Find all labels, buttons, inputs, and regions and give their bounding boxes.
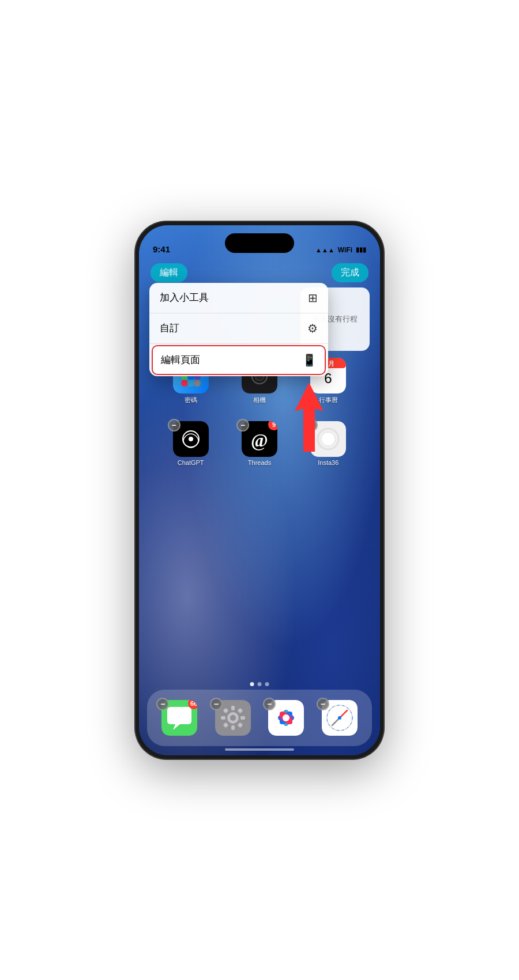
svg-point-32 xyxy=(230,715,236,721)
status-icons: ▲▲▲ WiFi ▮▮▮ xyxy=(315,246,366,254)
svg-point-9 xyxy=(194,380,201,387)
svg-point-7 xyxy=(181,380,188,387)
svg-point-56 xyxy=(338,716,341,720)
edit-page-icon: 📱 xyxy=(302,353,317,367)
svg-rect-35 xyxy=(221,716,225,720)
dock-item-safari[interactable]: − xyxy=(319,700,360,736)
app-item-threads[interactable]: − @ 9 Threads xyxy=(239,421,280,466)
minus-badge-photos[interactable]: − xyxy=(263,698,276,710)
svg-marker-28 xyxy=(295,383,324,452)
menu-item-edit-page[interactable]: 編輯頁面 📱 xyxy=(152,345,326,375)
dynamic-island xyxy=(225,233,294,253)
home-indicator xyxy=(225,748,294,751)
dock-item-messages[interactable]: − 66 xyxy=(159,700,200,736)
app-item-chatgpt[interactable]: − ChatGPT xyxy=(170,421,212,466)
svg-rect-36 xyxy=(240,716,245,720)
app-label-chatgpt: ChatGPT xyxy=(178,459,204,466)
dot-3 xyxy=(265,682,269,686)
dock: − 66 − xyxy=(147,690,372,746)
app-label-camera: 相機 xyxy=(253,396,266,404)
svg-point-8 xyxy=(187,380,194,387)
add-widget-label: 加入小工具 xyxy=(160,291,209,304)
minus-badge-settings[interactable]: − xyxy=(210,698,223,710)
customize-label: 自訂 xyxy=(160,321,179,335)
phone-screen: 9:41 ▲▲▲ WiFi ▮▮▮ 編輯 完成 加入小工具 ⊞ 自訂 ⚙ 編輯頁… xyxy=(139,225,380,755)
dot-1 xyxy=(250,682,254,686)
svg-point-50 xyxy=(283,714,289,721)
context-menu: 加入小工具 ⊞ 自訂 ⚙ 編輯頁面 📱 xyxy=(149,283,328,376)
done-button[interactable]: 完成 xyxy=(332,263,368,282)
app-label-passwords: 密碼 xyxy=(185,396,197,404)
app-label-threads: Threads xyxy=(248,459,271,466)
menu-item-add-widget[interactable]: 加入小工具 ⊞ xyxy=(149,283,328,313)
status-time: 9:41 xyxy=(153,244,170,254)
minus-badge-threads[interactable]: − xyxy=(236,419,249,432)
app-row-2: − ChatGPT − xyxy=(139,421,380,466)
minus-badge-chatgpt[interactable]: − xyxy=(168,419,180,432)
messages-notif-badge: 66 xyxy=(188,700,197,709)
svg-rect-33 xyxy=(231,706,235,710)
signal-icon: ▲▲▲ xyxy=(315,247,334,253)
battery-icon: ▮▮▮ xyxy=(356,246,366,253)
svg-point-22 xyxy=(189,437,193,441)
phone-frame: 9:41 ▲▲▲ WiFi ▮▮▮ 編輯 完成 加入小工具 ⊞ 自訂 ⚙ 編輯頁… xyxy=(136,222,383,759)
threads-notif-badge: 9 xyxy=(268,421,277,430)
wifi-icon: WiFi xyxy=(338,246,352,254)
edit-page-label: 編輯頁面 xyxy=(161,353,200,366)
minus-badge-safari[interactable]: − xyxy=(317,698,329,710)
dock-item-photos[interactable]: − xyxy=(265,700,307,736)
customize-icon: ⚙ xyxy=(307,321,318,335)
minus-badge-messages[interactable]: − xyxy=(156,698,169,710)
menu-item-customize[interactable]: 自訂 ⚙ xyxy=(149,313,328,344)
svg-text:@: @ xyxy=(251,430,268,451)
svg-rect-34 xyxy=(231,725,235,730)
red-arrow-annotation xyxy=(283,380,335,455)
dock-item-settings[interactable]: − xyxy=(212,700,254,736)
page-dots xyxy=(250,682,269,686)
edit-button[interactable]: 編輯 xyxy=(151,263,187,282)
add-widget-icon: ⊞ xyxy=(308,291,318,305)
dot-2 xyxy=(258,682,262,686)
app-label-insta36: Insta36 xyxy=(318,459,339,466)
